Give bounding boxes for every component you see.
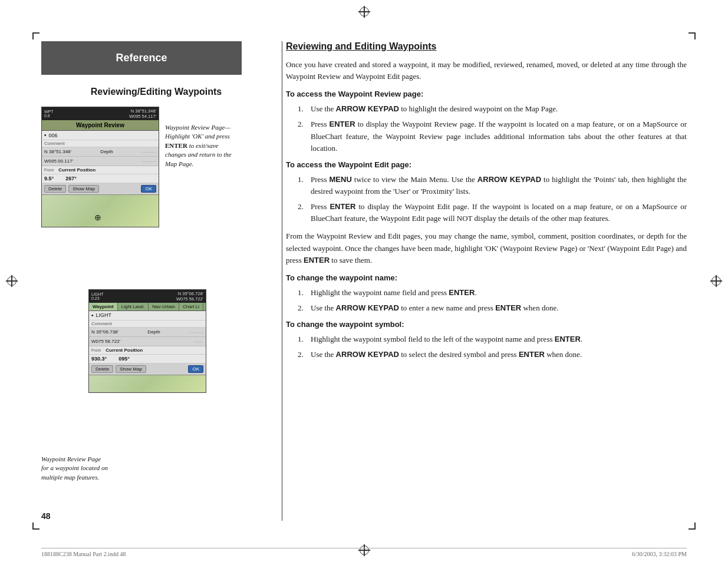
edit-num-2: 2. [298,201,307,224]
device-nav2: 267° [65,176,77,181]
change-symbol-heading: To change the waypoint symbol: [286,320,687,329]
edit-item-2-text: Press ENTER to display the Waypoint Edit… [311,201,687,224]
device-btn-ok-2[interactable]: OK [188,365,203,373]
column-divider [282,41,282,521]
device-btn-showmap-2[interactable]: Show Map [116,365,146,373]
access-edit-list: 1. Press MENU twice to view the Main Men… [298,174,687,225]
device-nav4: 095° [118,356,130,362]
access-review-list: 1. Use the ARROW KEYPAD to highlight the… [298,103,687,154]
caption1-bold: ENTER [165,142,187,149]
caption-2: Waypoint Review Pagefor a waypoint locat… [41,455,141,482]
caption-1: Waypoint Review Page—Highlight 'OK' and … [165,123,242,168]
device-top-bar-1: WPT0.6 N 38°51.348'W095 54.117' [42,107,159,120]
page-content: Reference Reviewing/Editing Waypoints WP… [41,41,687,521]
device-depth-bar-2: ——— [189,329,203,335]
name-item-1: 1. Highlight the waypoint name field and… [298,287,687,299]
device-header-1: Waypoint Review [42,120,159,131]
device-coords-row-2b: W075 58.722' —— [89,337,206,346]
device-from-label-1: From [44,168,54,172]
device-bullet-1: • [44,132,47,138]
device-map-2 [89,375,206,392]
review-item-1: 1. Use the ARROW KEYPAD to highlight the… [298,103,687,115]
device-nav3: 930.3° [91,356,107,362]
footer-right: 6/30/2003, 3:32:03 PM [632,551,687,557]
device-depth-label-2: Depth [147,329,160,335]
name-item-1-text: Highlight the waypoint name field and pr… [311,287,477,299]
change-name-list: 1. Highlight the waypoint name field and… [298,287,687,314]
device-w-coord-1: W095 00.117' [44,158,73,164]
left-column: Reference Reviewing/Editing Waypoints WP… [41,41,271,521]
device-tab-waypoint[interactable]: Waypoint [89,303,118,310]
device-btn-delete-2[interactable]: Delete [91,365,113,373]
edit-item-2: 2. Press ENTER to display the Waypoint E… [298,201,687,224]
device-btn-ok-1[interactable]: OK [141,185,156,193]
change-name-heading: To change the waypoint name: [286,273,687,282]
footer-left: 188188C238 Manual Part 2.indd 48 [41,551,126,557]
device-from-label-2: From [91,348,101,352]
review-num-1: 1. [298,103,307,115]
intro-paragraph: Once you have created and stored a waypo… [286,59,687,82]
device-nav1: 9.5° [44,176,54,181]
symbol-num-1: 1. [298,333,307,345]
caption1-line1: Waypoint Review Page—Highlight 'OK' and … [165,124,230,140]
name-item-2: 2. Use the ARROW KEYPAD to enter a new n… [298,302,687,314]
device-map-1: ⊕ [42,194,159,227]
change-symbol-list: 1. Highlight the waypoint symbol field t… [298,333,687,361]
edit-item-1: 1. Press MENU twice to view the Main Men… [298,174,687,197]
device-coords-row-2a: N 35°06.738' Depth ——— [89,328,206,337]
reg-mark-top [358,6,370,18]
device-tab-light[interactable]: Light Laud. [118,303,149,310]
device-tab-nav[interactable]: Nav-Urban [149,303,179,310]
device-bullet-2: • [91,312,94,319]
device-waypoint-row-1: • 006 [42,131,159,140]
access-edit-heading: To access the Waypoint Edit page: [286,160,687,169]
device-coords-1: N 38°51.348'W095 54.117' [129,108,156,119]
symbol-item-2: 2. Use the ARROW KEYPAD to select the de… [298,349,687,361]
device-from-row-1: From Current Position [42,166,159,174]
name-num-1: 1. [298,287,307,299]
reg-mark-right [710,275,722,287]
device-nav-row-1: 9.5° 267° [42,174,159,183]
device-from-row-2: From Current Position [89,346,206,355]
device-n-coord-1: N 38°51.348' [44,149,71,154]
device-top-bar-2: LIGHT0.23 N 35°06.728'W075 58.722' [89,290,206,303]
device-top-left-2: LIGHT0.23 [91,292,104,300]
review-num-2: 2. [298,118,307,154]
device-waypoint-name-2: LIGHT [96,312,112,318]
reg-mark-left [6,275,18,287]
device-screenshot-2: LIGHT0.23 N 35°06.728'W075 58.722' Waypo… [88,289,206,393]
edit-num-1: 1. [298,174,307,197]
name-item-2-text: Use the ARROW KEYPAD to enter a new name… [311,302,558,314]
reference-title: Reference [53,52,230,64]
footer: 188188C238 Manual Part 2.indd 48 6/30/20… [41,548,687,557]
name-num-2: 2. [298,302,307,314]
corner-mark-tr [689,32,696,39]
device-screenshot-1: WPT0.6 N 38°51.348'W095 54.117' Waypoint… [41,107,159,227]
device-btn-showmap-1[interactable]: Show Map [68,185,99,193]
device-waypoint-row-2: • LIGHT [89,311,206,320]
device-coords-2: N 35°06.728'W075 58.722' [176,291,203,302]
review-item-1-text: Use the ARROW KEYPAD to highlight the de… [311,103,558,115]
access-review-heading: To access the Waypoint Review page: [286,90,687,98]
device-depth-line-2: —— [194,339,203,344]
corner-mark-tl [32,32,39,39]
device-btn-delete-1[interactable]: Delete [44,185,66,193]
right-column: Reviewing and Editing Waypoints Once you… [286,41,687,521]
device-buttons-2: Delete Show Map OK [89,363,206,375]
device-top-left-1: WPT0.6 [44,110,54,118]
page-number: 48 [41,511,51,521]
device-n-coord-2: N 35°06.738' [91,329,118,335]
device-buttons-1: Delete Show Map OK [42,183,159,194]
symbol-num-2: 2. [298,349,307,361]
device-depth-bar-1: ——— [142,149,156,154]
corner-mark-bl [32,523,39,530]
corner-mark-br [689,523,696,530]
map-location-icon: ⊕ [94,213,101,222]
device-tabs: Waypoint Light Laud. Nav-Urban Chart Li [89,303,206,311]
device-comment-label-1: Comment [42,140,159,147]
device-waypoint-name-1: 006 [49,133,58,138]
device-coords-row-1b: W095 00.117' ——— [42,157,159,166]
device-tab-chart[interactable]: Chart Li [179,303,203,310]
section-heading: Reviewing/Editing Waypoints [41,87,271,97]
device-coords-row-1: N 38°51.348' Depth ——— [42,147,159,157]
